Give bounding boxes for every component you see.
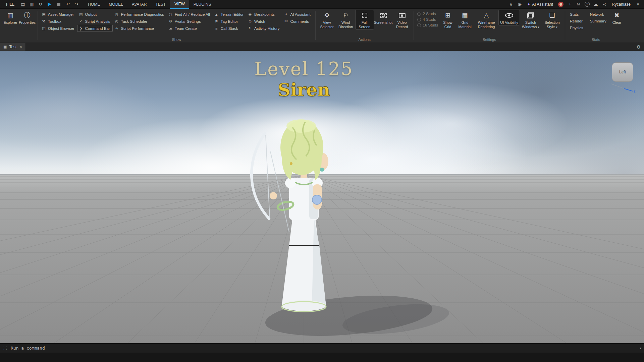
show-item-toolbox[interactable]: ⚒ Toolbox xyxy=(40,18,77,25)
play-button[interactable] xyxy=(48,2,51,6)
viewport-3d[interactable]: Level 125 Siren Left z xyxy=(0,51,644,343)
show-item-script-performance[interactable]: ∿ Script Performance xyxy=(113,25,166,32)
show-item-find-all[interactable]: ◎ Find All / Replace All xyxy=(167,11,213,18)
properties-button[interactable]: ⓘ Properties xyxy=(19,10,36,25)
view-selector-button[interactable]: ✥ View Selector xyxy=(318,10,336,29)
show-item-label: Find All / Replace All xyxy=(175,12,210,16)
account-chevron-icon[interactable]: ▾ xyxy=(634,0,642,9)
avatar-settings-icon: ⚙ xyxy=(168,19,173,23)
wind-direction-button[interactable]: ⚐ Wind Direction xyxy=(336,10,355,29)
view-cube-axes: z xyxy=(608,82,637,94)
show-item-label: Output xyxy=(85,12,97,16)
collapse-ribbon-icon[interactable]: ∧ xyxy=(507,0,515,9)
grid-material-button[interactable]: ▦ Grid Material xyxy=(455,10,474,29)
open-icon[interactable]: ▥ xyxy=(27,0,36,9)
doc-tab-label: Test xyxy=(9,45,16,49)
show-item-terrain-editor[interactable]: ▲ Terrain Editor xyxy=(213,11,246,18)
view-selector-label: View Selector xyxy=(318,20,336,29)
clear-stats-button[interactable]: ✖ Clear xyxy=(609,10,625,25)
menu-tab-home[interactable]: HOME xyxy=(84,0,104,9)
show-item-tag-editor[interactable]: ⚑ Tag Editor xyxy=(213,18,246,25)
menu-tab-plugins[interactable]: PLUGINS xyxy=(189,0,216,9)
ui-visibility-button[interactable]: UI Visibility xyxy=(498,10,520,25)
doc-tab-test[interactable]: ▣ Test × xyxy=(0,43,26,51)
stud-option-2[interactable]: 2 Studs xyxy=(417,12,438,16)
show-item-object-browser[interactable]: ◫ Object Browser xyxy=(40,25,77,32)
task-scheduler-icon: ◴ xyxy=(114,19,119,23)
z-axis-label: z xyxy=(634,89,636,93)
command-bar: ⋮⋮ ▾ xyxy=(0,343,644,353)
share-icon[interactable]: ≺ xyxy=(600,0,608,9)
show-item-label: Asset Manager xyxy=(48,12,74,16)
redo-icon[interactable]: ↷ xyxy=(72,0,81,9)
history-icon[interactable]: ↻ xyxy=(36,0,45,9)
show-item-script-analysis[interactable]: ✓ Script Analysis xyxy=(77,18,113,25)
show-item-team-create[interactable]: ☁ Team Create xyxy=(167,25,213,32)
show-item-activity-history[interactable]: ↻ Activity History xyxy=(246,25,282,32)
show-item-output[interactable]: ▤ Output xyxy=(77,11,113,18)
help-icon[interactable]: ? xyxy=(585,2,590,7)
cloud-sync-icon[interactable]: ☁ xyxy=(592,0,600,9)
stats-toggle-render[interactable]: Render xyxy=(567,18,586,24)
stop-button[interactable] xyxy=(57,3,60,6)
menu-tab-model[interactable]: MODEL xyxy=(104,0,127,9)
save-icon[interactable]: ▤ xyxy=(18,0,27,9)
command-input[interactable] xyxy=(10,345,632,351)
tag-editor-icon: ⚑ xyxy=(214,19,219,23)
radio-icon xyxy=(417,12,421,16)
asset-manager-icon: ▣ xyxy=(41,12,46,16)
stud-option-16[interactable]: 16 Studs xyxy=(417,23,438,27)
selection-style-button[interactable]: ❏ Selection Style ▾ xyxy=(541,10,563,30)
terrain-editor-icon: ▲ xyxy=(214,12,219,16)
notifications-bell-icon[interactable]: ◉ xyxy=(516,0,524,9)
show-item-avatar-settings[interactable]: ⚙ Avatar Settings xyxy=(167,18,213,25)
show-item-breakpoints[interactable]: ◉ Breakpoints xyxy=(246,11,282,18)
show-item-watch[interactable]: ⊙ Watch xyxy=(246,18,282,25)
switch-windows-icon xyxy=(527,12,534,18)
user-avatar[interactable] xyxy=(558,2,564,7)
ribbon-divider xyxy=(414,11,414,40)
stud-option-4[interactable]: 4 Studs xyxy=(417,17,438,21)
wireframe-rendering-label: Wireframe Rendering xyxy=(475,20,498,29)
show-item-task-scheduler[interactable]: ◴ Task Scheduler xyxy=(113,18,166,25)
show-item-label: Object Browser xyxy=(48,26,74,31)
stats-toggle-summary[interactable]: Summary xyxy=(587,18,609,24)
wireframe-rendering-button[interactable]: △ Wireframe Rendering xyxy=(474,10,498,29)
gear-icon[interactable]: ⚙ xyxy=(633,43,644,51)
ai-assistant-button[interactable]: ✦ AI Assistant xyxy=(524,2,556,7)
menu-tab-avatar[interactable]: AVATAR xyxy=(127,0,151,9)
chat-icon[interactable]: ✉ xyxy=(575,0,583,9)
show-item-comments[interactable]: ✉ Comments xyxy=(282,18,313,25)
view-selector-icon: ✥ xyxy=(324,11,330,19)
stats-toggle-physics[interactable]: Physics xyxy=(567,24,586,31)
script-analysis-icon: ✓ xyxy=(78,19,84,23)
comments-icon: ✉ xyxy=(284,19,289,23)
show-item-performance-diagnostics[interactable]: ◷ Performance Diagnostics xyxy=(113,11,166,18)
close-tab-icon[interactable]: × xyxy=(19,44,22,49)
player-level-text: Level 125 xyxy=(255,58,354,79)
command-bar-icon: ❯ xyxy=(78,26,84,31)
show-item-label: AI Assistant xyxy=(290,12,311,16)
explorer-button[interactable]: ▥ Explorer xyxy=(2,10,19,25)
show-item-ai-assistant[interactable]: ✦ AI Assistant xyxy=(282,11,313,18)
username-label[interactable]: Rycanlase xyxy=(609,2,633,7)
full-screen-button[interactable]: Full Screen xyxy=(355,10,374,29)
screenshot-button[interactable]: Screenshot xyxy=(374,10,393,25)
chevron-down-icon[interactable]: ▾ xyxy=(637,346,644,350)
stats-toggle-network[interactable]: Network xyxy=(587,11,609,18)
add-user-icon[interactable]: + xyxy=(566,0,574,9)
show-item-call-stack[interactable]: ≡ Call Stack xyxy=(213,25,246,32)
drag-grip-icon[interactable]: ⋮⋮ xyxy=(0,346,10,350)
stats-toggle-stats[interactable]: Stats xyxy=(567,11,586,18)
properties-icon: ⓘ xyxy=(24,11,31,19)
undo-icon[interactable]: ↶ xyxy=(63,0,72,9)
menu-tab-view[interactable]: VIEW xyxy=(170,0,189,9)
show-item-asset-manager[interactable]: ▣ Asset Manager xyxy=(40,11,77,18)
show-grid-button[interactable]: ⊞ Show Grid xyxy=(440,10,455,29)
view-cube[interactable]: Left xyxy=(612,62,633,82)
switch-windows-button[interactable]: Switch Windows ▾ xyxy=(520,10,541,30)
video-record-button[interactable]: Video Record xyxy=(393,10,412,29)
file-menu[interactable]: FILE xyxy=(2,0,18,9)
show-item-command-bar[interactable]: ❯ Command Bar xyxy=(77,25,113,32)
menu-tab-test[interactable]: TEST xyxy=(151,0,170,9)
